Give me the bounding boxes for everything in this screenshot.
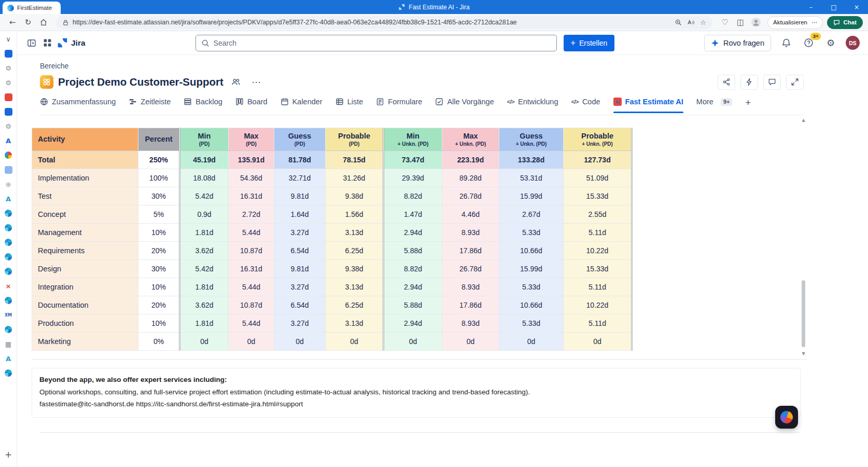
support-links[interactable]: fastestimate@itc-sandhorst.de https://it… [39,398,793,410]
sidebar-toggle-icon[interactable] [24,35,39,51]
share-icon[interactable] [718,75,735,90]
tab-label: Zusammenfassung [52,98,116,106]
vertical-tab-favicon[interactable] [4,296,13,305]
panel-scrollbar[interactable]: ▲ ▼ [800,117,807,357]
tab-liste[interactable]: Liste [335,98,363,113]
vertical-tab-favicon[interactable] [4,49,13,58]
rovo-button[interactable]: Rovo fragen [704,35,771,51]
tab-entwicklung[interactable]: </>Entwicklung [507,98,558,113]
vertical-tab-favicon[interactable] [4,238,13,247]
col-header-min: Min(PD) [180,128,229,151]
read-aloud-icon[interactable] [684,17,697,28]
vertical-tab-favicon[interactable] [4,150,13,160]
scroll-up-icon[interactable]: ▲ [802,117,805,123]
vertical-tab-favicon[interactable] [4,325,13,334]
tab-formulare[interactable]: Formulare [376,98,422,113]
tab-backlog[interactable]: Backlog [184,98,222,113]
value-cell: 5.44d [229,224,274,242]
minimize-button[interactable]: – [800,0,822,14]
vertical-tab-favicon[interactable] [4,165,13,174]
value-cell: 0d [499,333,564,351]
automation-lightning-icon[interactable] [740,75,758,90]
chat-button[interactable]: Chat [827,16,863,29]
app-switcher-icon[interactable] [39,35,55,51]
vertical-tab-favicon[interactable]: ⚙ [4,121,13,131]
breadcrumb[interactable]: Bereiche [40,62,68,70]
vertical-tab-favicon[interactable] [4,92,13,102]
members-icon[interactable] [228,74,244,90]
tab-code[interactable]: </>Code [571,98,600,113]
scroll-down-icon[interactable]: ▼ [802,351,805,357]
split-screen-icon[interactable]: ◫ [733,16,748,29]
tab-board[interactable]: Board [235,98,268,113]
scrollbar-thumb[interactable] [802,280,805,347]
estimate-panel: ActivityPercentMin(PD)Max(PD)Guess(PD)Pr… [32,115,807,360]
plus-icon: + [571,39,576,47]
vertical-tab-favicon[interactable]: ⚙ [4,63,13,73]
value-cell: 0d [274,333,326,351]
zoom-icon[interactable] [672,17,684,28]
browser-titlebar: FirstEstimate Fast Estimate AI - Jira – … [0,0,868,14]
tab-more[interactable]: More9+ [696,98,733,113]
vertical-tab-favicon[interactable]: A [4,354,13,363]
profile-avatar[interactable] [749,16,763,29]
value-cell: 2.72d [229,205,274,224]
vertical-tab-favicon[interactable]: ▦ [4,339,13,349]
refresh-button[interactable]: ↻ [21,16,35,29]
favicon-pinwheel [5,253,12,260]
update-browser-button[interactable]: Aktualisieren ⋯ [767,16,823,29]
col-header-min_unkn: Min+ Unkn. (PD) [384,128,442,151]
back-button[interactable]: ← [5,16,20,29]
more-actions-icon[interactable]: ⋯ [248,74,264,90]
address-bar[interactable]: https://dev-fast-estimate.atlassian.net/… [56,16,712,29]
vertical-tab-favicon[interactable] [4,209,13,218]
vertical-tab-favicon[interactable] [4,252,13,262]
value-cell: 10% [138,224,180,242]
tab-fast-estimate-ai[interactable]: AIFast Estimate AI [613,98,683,113]
table-row: Documentation20%3.62d10.87d6.54d6.25d5.8… [32,296,632,314]
notifications-bell-icon[interactable] [779,36,793,50]
jira-brand[interactable]: Jira [57,37,86,48]
help-icon[interactable]: 3+ [801,36,816,50]
chat-fab[interactable] [775,406,798,429]
tab-label: Formulare [388,98,422,106]
activity-cell: Implementation [32,169,138,187]
vertical-tab-favicon[interactable] [4,223,13,232]
search-input[interactable]: Search [195,35,557,51]
value-cell: 10.87d [229,296,274,314]
create-button[interactable]: + Erstellen [564,35,615,51]
rovo-label: Rovo fragen [723,39,764,47]
browser-essentials-icon[interactable]: ♡ [718,16,732,29]
vertical-tab-favicon[interactable] [4,267,13,276]
close-button[interactable]: × [845,0,868,14]
vertical-tab-favicon[interactable]: A [4,194,13,203]
vertical-tab-favicon[interactable] [4,107,13,116]
tab-kalender[interactable]: Kalender [281,98,323,113]
favorite-star-icon[interactable]: ☆ [697,17,709,28]
new-tab-button[interactable]: + [5,449,12,460]
scrollbar-track[interactable] [800,123,807,351]
browser-tab[interactable]: FirstEstimate [3,2,61,14]
tab-label: Board [247,98,268,106]
vertical-tab-favicon[interactable]: XM [4,310,13,320]
home-button[interactable] [36,16,51,29]
value-cell: 8.93d [442,314,499,333]
tab-zusammenfassung[interactable]: Zusammenfassung [40,98,116,113]
vertical-tab-favicon[interactable]: × [4,281,13,291]
browser-tab-title: FirstEstimate [17,5,52,11]
settings-gear-icon[interactable]: ⚙ [823,36,838,50]
vertical-tab-favicon[interactable]: ⚙ [4,78,13,87]
add-view-button[interactable]: + [745,98,751,115]
user-avatar[interactable]: DS [846,36,860,50]
collapse-vertical-tabs-button[interactable]: ∨ [4,34,13,44]
jira-logo-icon [57,37,68,48]
fullscreen-icon[interactable] [786,75,804,90]
update-label: Aktualisieren [773,19,807,25]
vertical-tab-favicon[interactable]: A [4,136,13,145]
feedback-icon[interactable] [763,75,781,90]
vertical-tab-favicon[interactable]: ⊕ [4,180,13,189]
maximize-button[interactable]: □ [822,0,845,14]
tab-alle-vorgaenge[interactable]: Alle Vorgänge [435,98,494,113]
tab-zeitleiste[interactable]: Zeitleiste [129,98,171,113]
vertical-tab-favicon[interactable] [4,368,13,378]
